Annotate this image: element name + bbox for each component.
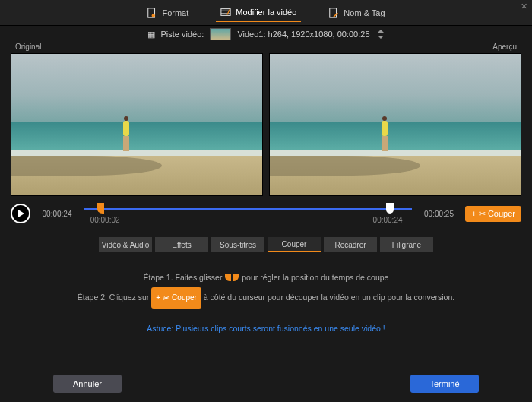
track-info: Video1: h264, 1920x1080, 00:00:25: [237, 30, 369, 39]
play-button[interactable]: [11, 204, 30, 223]
plus-icon: +: [471, 209, 476, 218]
track-label: Piste vidéo:: [161, 30, 204, 39]
cut-button-label: Couper: [488, 209, 515, 218]
handle-markers-icon: [224, 270, 239, 287]
time-current: 00:00:24: [38, 210, 76, 218]
svg-point-1: [152, 14, 155, 17]
track-thumbnail: [210, 28, 231, 40]
top-tabs: Format Modifier la vidéo Nom & Tag: [0, 0, 532, 26]
inline-cut-button-icon: +✂Couper: [151, 287, 201, 309]
original-label: Original: [15, 43, 41, 53]
step1-prefix: Étape 1. Faites glisser: [144, 273, 223, 282]
pencil-doc-icon: [328, 8, 339, 18]
cut-end-time: 00:00:24: [373, 216, 403, 224]
step1-suffix: pour régler la position du temps de coup…: [242, 273, 388, 282]
preview-label: Aperçu: [492, 43, 517, 53]
original-video: [11, 53, 263, 196]
tip-text: Astuce: Plusieurs clips courts seront fu…: [0, 324, 532, 333]
video-track-row: ▦ Piste vidéo: Video1: h264, 1920x1080, …: [0, 26, 532, 43]
cut-start-time: 00:00:02: [90, 216, 120, 224]
tab-name-tag[interactable]: Nom & Tag: [324, 5, 389, 21]
subtab-cut[interactable]: Couper: [268, 237, 321, 252]
time-total: 00:00:25: [420, 210, 458, 218]
done-button[interactable]: Terminé: [410, 375, 479, 393]
close-icon[interactable]: ✕: [521, 2, 527, 11]
subtab-subtitles[interactable]: Sous-titres: [211, 237, 264, 252]
tab-modify-label: Modifier la vidéo: [236, 8, 296, 17]
timeline: 00:00:24 00:00:02 00:00:24 00:00:25 +✂Co…: [0, 196, 532, 225]
tab-format-label: Format: [162, 8, 188, 17]
tab-format[interactable]: Format: [142, 5, 193, 21]
step2-suffix: à côté du curseur pour découper la vidéo…: [204, 293, 454, 302]
edit-subtabs: Vidéo & Audio Effets Sous-titres Couper …: [0, 237, 532, 252]
track-selector-chevron-icon[interactable]: [376, 30, 385, 39]
cut-handle-end[interactable]: [386, 203, 394, 214]
play-icon: [18, 210, 24, 217]
preview-panes: [0, 53, 532, 196]
subtab-video-audio[interactable]: Vidéo & Audio: [99, 237, 152, 252]
tab-name-tag-label: Nom & Tag: [344, 8, 385, 17]
scissors-icon: ✂: [479, 209, 486, 219]
film-tools-icon: [220, 7, 231, 17]
subtab-effects[interactable]: Effets: [155, 237, 208, 252]
instructions: Étape 1. Faites glisser pour régler la p…: [0, 269, 532, 309]
step2-prefix: Étape 2. Cliquez sur: [78, 293, 150, 302]
tab-modify-video[interactable]: Modifier la vidéo: [216, 4, 301, 22]
preview-labels: Original Aperçu: [0, 43, 532, 53]
subtab-watermark[interactable]: Filigrane: [380, 237, 433, 252]
cancel-button[interactable]: Annuler: [53, 375, 122, 393]
cut-button[interactable]: +✂Couper: [465, 206, 521, 222]
cut-handle-start[interactable]: [97, 203, 104, 214]
timeline-track[interactable]: 00:00:02 00:00:24: [84, 202, 412, 225]
svg-rect-2: [221, 8, 230, 15]
bottom-bar: Annuler Terminé: [0, 375, 532, 393]
preview-video: [269, 53, 521, 196]
film-icon: ▦: [147, 30, 155, 40]
gear-doc-icon: [147, 8, 157, 18]
subtab-crop[interactable]: Recadrer: [324, 237, 377, 252]
